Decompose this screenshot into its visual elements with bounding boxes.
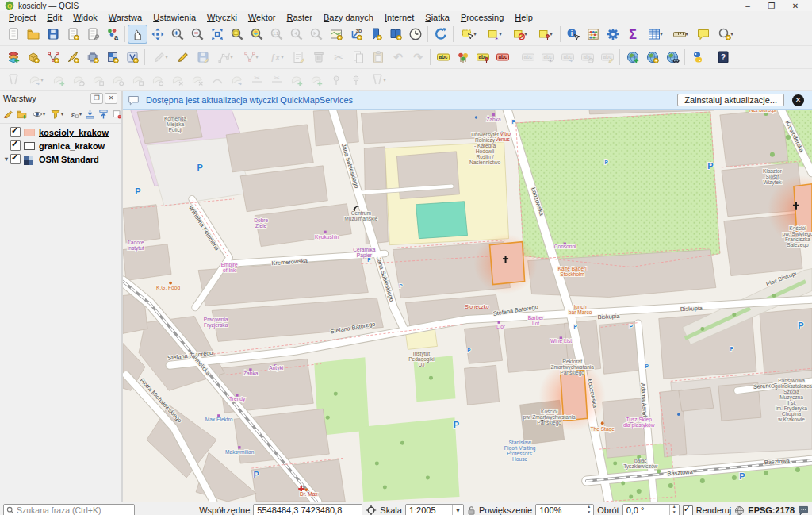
magnifier-spinner[interactable]: 100% ▲▼ (535, 504, 594, 515)
layer-item-granica_krakow[interactable]: granica_krakow (0, 139, 121, 152)
lock-icon[interactable] (467, 505, 476, 515)
fill-ring-button[interactable] (147, 71, 167, 90)
select-by-expression-button[interactable]: ε▾ (481, 25, 507, 44)
statistical-summary-button[interactable] (583, 25, 603, 44)
split-features-button[interactable]: ✂ (266, 71, 286, 90)
metasearch-catalog-button[interactable] (622, 48, 642, 67)
save-layer-edits-button[interactable] (193, 48, 213, 67)
trim-extend-button[interactable]: ▾ (366, 71, 391, 90)
delete-part-button[interactable] (187, 71, 207, 90)
layer-checkbox[interactable] (10, 127, 21, 137)
pan-map-to-selection-button[interactable] (147, 25, 167, 44)
open-project-button[interactable] (23, 25, 43, 44)
modify-attributes-button[interactable]: ƒx▾ (263, 48, 289, 67)
minimize-button[interactable]: – (736, 2, 760, 10)
new-geopackage-layer-button[interactable] (23, 48, 43, 67)
cut-features-button[interactable]: ✂ (328, 48, 348, 67)
python-console-button[interactable] (688, 48, 707, 67)
menu-internet[interactable]: Internet (379, 13, 419, 22)
panel-close-button[interactable]: ✕ (105, 93, 117, 104)
maximize-button[interactable]: ❐ (760, 2, 783, 10)
menu-edit[interactable]: Edit (41, 13, 67, 22)
measure-line-button[interactable]: ▾ (668, 25, 693, 44)
search-input[interactable]: Szukana fraza (Ctrl+K) (3, 504, 135, 515)
pan-map-button[interactable] (128, 25, 147, 44)
layer-checkbox[interactable] (10, 140, 21, 151)
offset-point-symbol-button[interactable] (346, 71, 366, 90)
remove-layer-button[interactable] (110, 106, 124, 122)
zoom-native-button[interactable]: 1:1 (266, 25, 286, 44)
quickmapservices-button[interactable] (642, 48, 662, 67)
delete-selected-button[interactable] (308, 48, 328, 67)
menu-widok[interactable]: Widok (67, 13, 103, 22)
qms-search-button[interactable] (662, 48, 682, 67)
new-map-view-button[interactable] (326, 25, 346, 44)
add-part-button[interactable] (128, 71, 147, 90)
merge-features-button[interactable] (286, 71, 306, 90)
notification-close-icon[interactable]: ✕ (792, 94, 804, 106)
identify-features-button[interactable]: i (563, 25, 583, 44)
select-by-form-button[interactable]: ▾ (532, 25, 557, 44)
toggle-editing-button[interactable] (173, 48, 193, 67)
simplify-feature-button[interactable] (88, 71, 108, 90)
coordinates-field[interactable]: 5548484,3 7423480,8 (253, 504, 362, 515)
show-statistics-button[interactable]: Σ (622, 25, 642, 44)
spin-down-icon[interactable]: ▼ (584, 510, 593, 515)
copy-features-button[interactable] (348, 48, 368, 67)
new-3d-map-view-button[interactable]: 3D (346, 25, 366, 44)
select-features-button[interactable]: ▾ (456, 25, 481, 44)
close-button[interactable]: ✕ (783, 2, 807, 10)
map-canvas[interactable]: Dostępna jest aktualizacja wtyczki Quick… (123, 91, 812, 502)
pin-unpin-labels-button[interactable]: abc (473, 48, 492, 67)
add-group-button[interactable] (15, 106, 29, 122)
layout-manager-button[interactable] (63, 25, 82, 44)
deselect-features-button[interactable]: ▾ (507, 25, 532, 44)
expand-all-button[interactable] (83, 106, 97, 122)
open-attribute-table-button[interactable]: ▾ (642, 25, 668, 44)
menu-wektor[interactable]: Wektor (243, 13, 282, 22)
manage-map-themes-button[interactable]: ▾ (29, 106, 47, 122)
menu-bazy-danych[interactable]: Bazy danych (318, 13, 379, 22)
filter-by-expression-button[interactable]: ε▾ (65, 106, 83, 122)
multiedit-attributes-button[interactable] (289, 48, 308, 67)
rotate-feature-button[interactable] (68, 71, 88, 90)
render-checkbox[interactable] (683, 505, 693, 515)
reshape-features-button[interactable] (227, 71, 247, 90)
show-spatial-bookmarks-button[interactable] (385, 25, 405, 44)
paste-features-button[interactable] (368, 48, 388, 67)
split-parts-button[interactable]: ✂ (247, 71, 266, 90)
add-ring-button[interactable] (108, 71, 128, 90)
new-virtual-layer-button[interactable] (122, 48, 142, 67)
layer-labeling-options-button[interactable]: abc (433, 48, 453, 67)
undo-button[interactable]: ↶ (388, 48, 408, 67)
menu-help[interactable]: Help (509, 13, 538, 22)
layer-item-koscioly_krakow[interactable]: koscioly_krakow (0, 125, 121, 139)
zoom-to-layer-button[interactable] (247, 25, 266, 44)
zoom-to-selection-button[interactable] (227, 25, 247, 44)
new-project-button[interactable] (3, 25, 23, 44)
cad-tools-button[interactable] (3, 71, 23, 90)
new-spatial-bookmark-button[interactable] (366, 25, 385, 44)
layer-checkbox[interactable] (10, 154, 21, 164)
collapse-all-button[interactable] (97, 106, 110, 122)
current-edits-button[interactable]: ▾ (147, 48, 173, 67)
rotation-spinner[interactable]: 0,0 ° ▲▼ (622, 504, 680, 515)
processing-toolbox-button[interactable] (603, 25, 622, 44)
new-spatialite-layer-button[interactable] (63, 48, 82, 67)
style-manager-button[interactable]: a (102, 25, 122, 44)
menu-ustawienia[interactable]: Ustawienia (147, 13, 201, 22)
move-feature-button[interactable]: ▾ (23, 71, 48, 90)
offset-curve-button[interactable] (207, 71, 227, 90)
merge-attributes-button[interactable] (306, 71, 326, 90)
project-properties-button[interactable] (82, 25, 102, 44)
new-temporary-scratch-layer-button[interactable] (82, 48, 102, 67)
redo-button[interactable]: ↷ (408, 48, 427, 67)
chevron-down-icon[interactable]: ▼ (452, 505, 463, 515)
install-update-button[interactable]: Zainstaluj aktualizacje... (677, 94, 784, 106)
crs-badge[interactable]: EPSG:2178 (748, 505, 795, 515)
zoom-next-button[interactable] (306, 25, 326, 44)
plugin-help-button[interactable]: ? (713, 48, 733, 67)
filter-legend-button[interactable]: ▾ (47, 106, 65, 122)
zoom-in-button[interactable] (167, 25, 187, 44)
rotate-point-symbols-button[interactable] (326, 71, 346, 90)
